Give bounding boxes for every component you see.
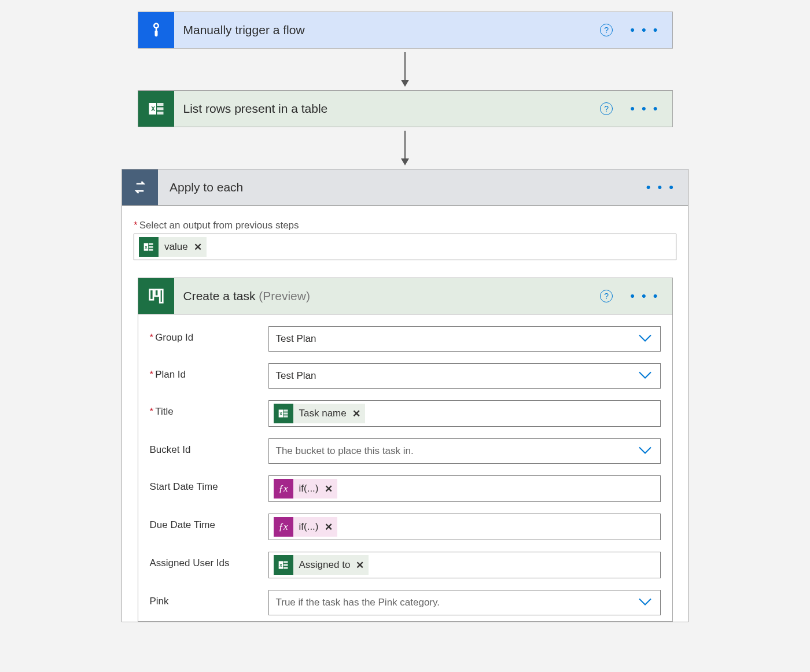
fx-icon: ƒx (274, 479, 293, 499)
chevron-down-icon (638, 445, 652, 457)
svg-rect-14 (149, 249, 153, 250)
remove-token-icon[interactable]: ✕ (352, 408, 360, 420)
more-menu-icon[interactable]: • • • (646, 181, 675, 194)
plan-id-select[interactable]: Test Plan (268, 363, 661, 389)
title-row: *Title X Task name ✕ (138, 394, 672, 433)
chevron-down-icon (638, 333, 652, 345)
svg-rect-17 (160, 290, 163, 303)
excel-icon: X (138, 91, 174, 127)
connector-arrow (0, 49, 810, 90)
more-menu-icon[interactable]: • • • (630, 290, 659, 302)
assigned-row: Assigned User Ids X Assigned to ✕ (138, 546, 672, 584)
fx-token[interactable]: ƒx if(...) ✕ (274, 517, 337, 537)
bucket-id-row: Bucket Id The bucket to place this task … (138, 433, 672, 470)
svg-marker-9 (401, 158, 409, 165)
value-token[interactable]: X value ✕ (139, 237, 207, 257)
fx-token[interactable]: ƒx if(...) ✕ (274, 479, 337, 499)
apply-to-each-header[interactable]: Apply to each • • • (122, 169, 688, 206)
help-icon[interactable]: ? (600, 290, 613, 302)
planner-icon (138, 278, 174, 314)
svg-rect-13 (149, 246, 153, 248)
remove-token-icon[interactable]: ✕ (356, 559, 364, 571)
svg-rect-27 (284, 567, 288, 568)
assigned-to-token[interactable]: X Assigned to ✕ (274, 555, 369, 575)
svg-text:X: X (279, 563, 282, 567)
pink-select[interactable]: True if the task has the Pink category. (268, 590, 661, 615)
apply-to-each-title: Apply to each (158, 180, 646, 194)
token-label: value (164, 241, 188, 253)
svg-rect-7 (157, 112, 163, 115)
group-id-row: *Group Id Test Plan (138, 320, 672, 357)
plan-id-label: *Plan Id (150, 363, 263, 381)
due-date-row: Due Date Time ƒx if(...) ✕ (138, 508, 672, 546)
token-label: if(...) (299, 521, 319, 533)
pink-label: Pink (150, 590, 263, 607)
pink-row: Pink True if the task has the Pink categ… (138, 584, 672, 621)
excel-token-icon: X (139, 237, 159, 257)
svg-rect-6 (157, 108, 163, 110)
svg-rect-12 (149, 243, 153, 245)
help-icon[interactable]: ? (600, 24, 613, 36)
help-icon[interactable]: ? (600, 102, 613, 115)
apply-to-each-step: Apply to each • • • *Select an output fr… (122, 169, 689, 622)
due-date-input[interactable]: ƒx if(...) ✕ (268, 514, 661, 540)
connector-arrow (0, 127, 810, 169)
loop-icon (122, 169, 158, 205)
chevron-down-icon (638, 597, 652, 609)
chevron-down-icon (638, 370, 652, 382)
create-task-step: Create a task (Preview) ? • • • *Group I… (138, 278, 673, 622)
start-date-row: Start Date Time ƒx if(...) ✕ (138, 470, 672, 508)
remove-token-icon[interactable]: ✕ (325, 483, 333, 495)
title-input[interactable]: X Task name ✕ (268, 400, 661, 427)
list-rows-title: List rows present in a table (174, 102, 601, 116)
trigger-title: Manually trigger a flow (174, 23, 601, 37)
bucket-id-select[interactable]: The bucket to place this task in. (268, 438, 661, 464)
bucket-id-label: Bucket Id (150, 438, 263, 456)
excel-token-icon: X (274, 404, 293, 423)
token-label: Assigned to (299, 559, 351, 571)
select-output-input[interactable]: X value ✕ (134, 234, 676, 260)
svg-rect-22 (284, 415, 288, 417)
group-id-label: *Group Id (150, 326, 263, 344)
svg-rect-16 (154, 290, 158, 296)
remove-token-icon[interactable]: ✕ (325, 521, 333, 533)
group-id-select[interactable]: Test Plan (268, 326, 661, 352)
more-menu-icon[interactable]: • • • (630, 24, 659, 36)
svg-text:X: X (151, 106, 155, 112)
start-date-input[interactable]: ƒx if(...) ✕ (268, 475, 661, 502)
trigger-step[interactable]: Manually trigger a flow ? • • • (138, 12, 673, 49)
create-task-title: Create a task (Preview) (174, 289, 601, 303)
list-rows-step[interactable]: X List rows present in a table ? • • • (138, 90, 673, 127)
svg-rect-5 (157, 103, 163, 106)
create-task-header[interactable]: Create a task (Preview) ? • • • (138, 278, 672, 315)
assigned-label: Assigned User Ids (150, 552, 263, 569)
task-name-token[interactable]: X Task name ✕ (274, 404, 365, 423)
start-date-label: Start Date Time (150, 475, 263, 493)
token-label: if(...) (299, 483, 319, 494)
select-output-label: *Select an output from previous steps (134, 220, 676, 231)
fx-icon: ƒx (274, 517, 293, 537)
excel-token-icon: X (274, 555, 293, 575)
due-date-label: Due Date Time (150, 514, 263, 531)
svg-text:X: X (145, 245, 148, 249)
plan-id-row: *Plan Id Test Plan (138, 357, 672, 394)
svg-rect-20 (284, 409, 288, 411)
assigned-input[interactable]: X Assigned to ✕ (268, 552, 661, 578)
token-label: Task name (299, 408, 347, 419)
manual-trigger-icon (138, 12, 174, 48)
more-menu-icon[interactable]: • • • (630, 102, 659, 115)
title-label: *Title (150, 400, 263, 418)
svg-rect-21 (284, 412, 288, 414)
svg-rect-25 (284, 561, 288, 563)
svg-text:X: X (279, 412, 282, 416)
svg-rect-26 (284, 564, 288, 566)
svg-marker-2 (401, 80, 409, 87)
svg-rect-15 (149, 290, 153, 300)
remove-token-icon[interactable]: ✕ (194, 241, 202, 253)
